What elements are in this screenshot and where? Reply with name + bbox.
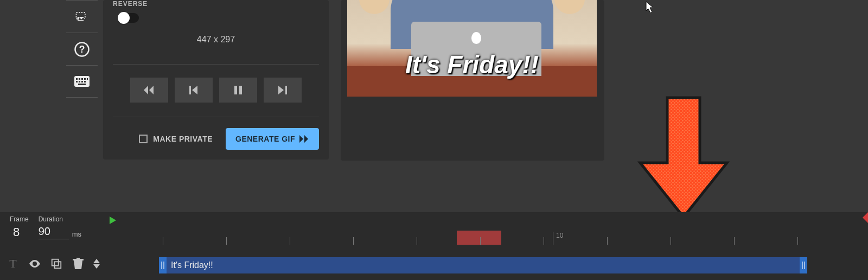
preview-figure [359,0,390,14]
svg-text:?: ? [79,44,85,55]
duplicate-layer-button[interactable] [50,257,63,270]
svg-rect-14 [78,84,86,85]
ruler-tick [734,237,735,245]
svg-rect-10 [76,81,78,82]
timeline: Frame 8 Duration ms 10 [0,212,868,280]
playhead-start-icon[interactable] [110,217,117,224]
help-tool[interactable]: ? [66,33,98,65]
clip-handle-right[interactable] [800,257,807,273]
svg-rect-12 [81,81,83,82]
ruler-tick-label: 10 [556,232,563,239]
layer-reorder-control[interactable] [93,259,100,269]
svg-rect-23 [52,259,59,266]
svg-rect-5 [76,78,78,80]
duration-unit: ms [72,230,81,239]
svg-rect-18 [285,86,287,94]
chevron-double-right-icon [299,135,309,143]
cursor-icon [646,1,655,14]
ruler-tick [163,237,163,245]
text-clip[interactable]: It's Friday!! [159,257,807,273]
image-crop-tool[interactable] [66,0,98,33]
svg-rect-6 [79,78,80,80]
svg-rect-16 [234,86,237,94]
svg-rect-11 [79,81,80,82]
text-layer-icon: T [7,257,20,270]
clip-label: It's Friday!! [167,260,213,270]
make-private-checkbox[interactable]: MAKE PRIVATE [139,135,213,143]
ruler-tick [797,237,798,245]
frame-label: Frame [10,215,29,223]
pause-button[interactable] [219,78,257,103]
dimensions-text: 447 x 297 [113,23,319,60]
ruler-tick [353,237,354,245]
ruler-tick [480,237,481,245]
generate-gif-label: GENERATE GIF [235,135,295,143]
preview-canvas[interactable]: It's Friday!! [347,0,597,97]
reverse-label: REVERSE [113,0,148,8]
svg-rect-13 [84,81,86,82]
chevron-down-icon [93,264,100,269]
keyboard-tool[interactable] [66,65,98,98]
rewind-button[interactable] [130,78,168,103]
svg-rect-15 [189,86,191,94]
checkbox-icon [139,135,148,143]
clip-handle-left[interactable] [159,257,167,273]
prev-frame-button[interactable] [175,78,213,103]
chevron-up-icon [93,259,100,263]
svg-rect-8 [84,78,86,80]
delete-layer-button[interactable] [72,257,85,270]
next-frame-button[interactable] [264,78,302,103]
current-frame-marker[interactable] [457,231,501,245]
generate-gif-button[interactable]: GENERATE GIF [226,128,319,150]
preview-panel: It's Friday!! [341,0,604,161]
preview-overlay-text: It's Friday!! [347,50,597,79]
svg-rect-7 [81,78,83,80]
reverse-toggle[interactable] [118,13,139,23]
controls-panel: REVERSE 447 x 297 MAKE PRIVATE GENERATE … [103,0,329,160]
annotation-arrow-icon [635,92,732,222]
duration-input[interactable] [39,225,69,239]
make-private-label: MAKE PRIVATE [153,135,213,143]
ruler-tick [226,237,227,245]
ruler-tick [417,237,417,245]
duration-label: Duration [39,215,63,223]
ruler-tick [607,237,608,245]
divider [113,64,319,65]
ruler-tick [671,237,671,245]
ruler-tick-major [553,232,553,245]
svg-rect-17 [239,86,242,94]
visibility-toggle[interactable] [28,257,41,270]
svg-rect-24 [54,262,61,268]
svg-point-22 [34,263,36,265]
divider [113,117,319,117]
timeline-ruler[interactable]: 10 [105,217,868,245]
preview-figure [554,0,585,14]
ruler-tick [290,237,290,245]
svg-rect-9 [87,78,88,80]
ruler-tick [544,237,544,245]
frame-number: 8 [10,225,20,239]
